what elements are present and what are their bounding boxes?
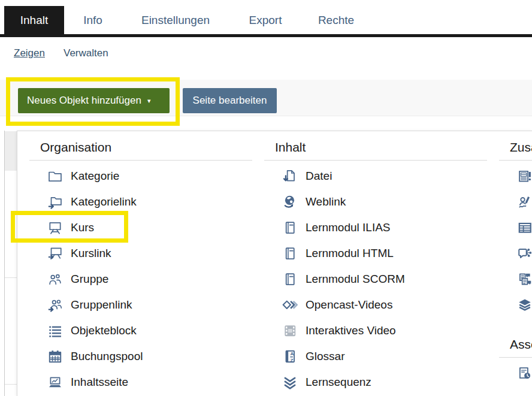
tab-export[interactable]: Export [238,6,292,34]
menu-item-label: Weblink [306,195,346,208]
menu-item-lernsequenz[interactable]: Lernsequenz [264,369,487,395]
board-icon [47,220,63,235]
menu-item-glossar[interactable]: AZGlossar [264,343,487,369]
menu-item-lernmodul-html[interactable]: Lernmodul HTML [264,240,487,266]
menu-item-label: Gruppe [71,273,108,286]
table-icon [517,220,532,235]
menu-section-zusammenarbeit: Zusammenarbeit [499,131,532,318]
menu-item-kategorie[interactable]: Kategorie [29,163,252,189]
menu-section-title: Assessment [510,337,532,352]
menu-section-title: Organisation [40,140,252,155]
book-icon [282,246,298,261]
book-icon [282,271,298,287]
board-link-icon [47,246,63,261]
opencast-icon [282,297,298,313]
subnav-link-verwalten[interactable]: Verwalten [64,47,108,59]
menu-item-interaktives-video[interactable]: Interaktives Video [264,318,487,343]
menu-item-label: Lernmodul ILIAS [306,221,391,234]
menu-item-label: Lernsequenz [306,376,371,389]
section-divider [499,357,532,358]
folder-icon [47,168,63,184]
calendar-icon [47,349,63,364]
menu-item-label: Opencast-Videos [306,298,392,312]
edit-page-button[interactable]: Seite bearbeiten [183,88,277,113]
glossary-icon: AZ [282,349,298,364]
chevron-down-icon: ▾ [147,98,151,104]
menu-item-gruppe[interactable]: Gruppe [29,266,252,292]
chat-nodes-icon [517,246,532,261]
menu-item-table[interactable] [499,214,532,240]
tab-info[interactable]: Info [72,6,114,34]
tab-einstellungen[interactable]: Einstellungen [126,6,225,34]
menu-item-label: Buchungspool [71,350,143,363]
add-new-object-button[interactable]: Neues Objekt hinzufügen ▾ [18,88,170,113]
layers-icon [517,297,532,313]
menu-column-organisation: OrganisationKategorieKategorielinkKursKu… [29,131,252,395]
people-link-icon [47,297,63,313]
menu-item-datei[interactable]: Datei [264,163,487,189]
menu-item-label: Inhaltsseite [71,376,128,389]
menu-item-inhaltsseite[interactable]: Inhaltsseite [29,369,252,395]
menu-list [499,163,532,318]
book-icon [282,220,298,235]
tab-underline-bar [0,34,532,37]
background-panel-divider [5,277,17,278]
menu-item-label: Kurs [71,221,94,234]
squiggle-icon [517,391,532,396]
menu-section-inhalt: InhaltDateiWeblinkLernmodul ILIASLernmod… [264,131,487,395]
menu-item-doc-exclaim[interactable] [499,163,532,189]
menu-section-title: Zusammenarbeit [510,140,532,155]
menu-list [499,360,532,396]
laptop-chart-icon [47,374,63,390]
menu-item-label: Gruppenlink [71,298,132,312]
menu-item-gruppenlink[interactable]: Gruppenlink [29,292,252,318]
menu-item-layers[interactable] [499,292,532,318]
menu-item-doc-clock[interactable] [499,360,532,386]
doc-clock-icon [517,365,532,381]
menu-item-squiggle[interactable] [499,386,532,396]
menu-column-zusammenarbeit: ZusammenarbeitAssessment [499,131,532,396]
menu-item-label: Kurslink [71,247,111,260]
menu-item-label: Lernmodul SCORM [306,273,405,286]
menu-item-docs-chat[interactable] [499,266,532,292]
menu-column-inhalt: InhaltDateiWeblinkLernmodul ILIASLernmod… [264,131,487,395]
menu-item-opencast-videos[interactable]: Opencast-Videos [264,292,487,318]
people-icon [47,271,63,287]
person-pen-icon [517,194,532,210]
menu-item-person-pen[interactable] [499,189,532,214]
menu-item-kategorielink[interactable]: Kategorielink [29,189,252,214]
section-divider [499,160,532,161]
docs-chat-icon [517,271,532,287]
background-panel-divider [5,384,17,385]
add-object-dropdown: OrganisationKategorieKategorielinkKursKu… [17,131,532,396]
menu-list: DateiWeblinkLernmodul ILIASLernmodul HTM… [264,163,487,395]
chevrons-down-icon [282,374,298,390]
menu-item-label: Kategorielink [71,195,137,208]
doc-exclaim-icon [517,168,532,184]
tab-inhalt[interactable]: Inhalt [4,6,64,34]
list-icon [47,323,63,338]
edit-page-label: Seite bearbeiten [193,95,267,107]
menu-item-label: Interaktives Video [306,324,396,337]
menu-item-kurslink[interactable]: Kurslink [29,240,252,266]
menu-section-assessment: Assessment [499,318,532,396]
menu-item-objekteblock[interactable]: Objekteblock [29,318,252,343]
svg-text:A: A [290,351,294,356]
folder-link-icon [47,194,63,210]
menu-item-weblink[interactable]: Weblink [264,189,487,214]
file-download-icon [282,168,298,184]
menu-item-buchungspool[interactable]: Buchungspool [29,343,252,369]
menu-item-lernmodul-scorm[interactable]: Lernmodul SCORM [264,266,487,292]
globe-link-icon [282,194,298,210]
menu-item-lernmodul-ilias[interactable]: Lernmodul ILIAS [264,214,487,240]
tab-rechte[interactable]: Rechte [309,6,363,34]
menu-item-chat-nodes[interactable] [499,240,532,266]
section-divider [264,160,487,161]
menu-item-kurs[interactable]: Kurs [29,214,252,240]
subnav-link-zeigen[interactable]: Zeigen [14,47,45,59]
screen: Inhalt Info Einstellungen Export Rechte … [0,0,532,396]
filmstrip-icon [282,323,298,338]
menu-item-label: Kategorie [71,170,119,183]
menu-item-label: Datei [306,170,332,183]
menu-item-label: Objekteblock [71,324,137,337]
